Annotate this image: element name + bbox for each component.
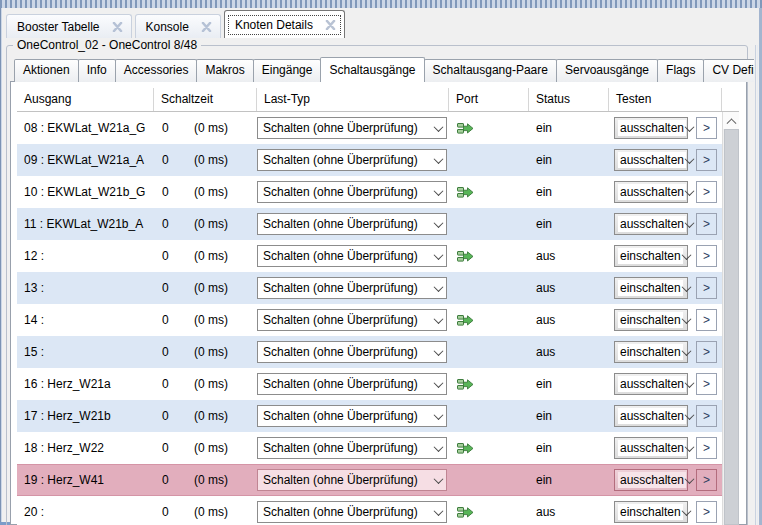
column-header-schaltzeit[interactable]: Schaltzeit xyxy=(154,88,257,111)
lasttyp-select[interactable]: Schalten (ohne Überprüfung) xyxy=(257,501,447,523)
tab-eingaenge[interactable]: Eingänge xyxy=(253,59,322,82)
table-row[interactable]: 19 : Herz_W41 0 (0 ms) Schalten (ohne Üb… xyxy=(17,464,722,496)
schaltzeit-cell: 0 (0 ms) xyxy=(154,208,257,240)
lasttyp-select[interactable]: Schalten (ohne Überprüfung) xyxy=(257,469,447,491)
table-row[interactable]: 09 : EKWLat_W21a_A 0 (0 ms) Schalten (oh… xyxy=(17,144,722,176)
test-action-select[interactable]: einschalten xyxy=(614,309,688,331)
test-run-button[interactable]: > xyxy=(696,309,717,331)
testen-cell: einschalten > xyxy=(609,272,722,304)
table-row[interactable]: 16 : Herz_W21a 0 (0 ms) Schalten (ohne Ü… xyxy=(17,368,722,400)
chevron-down-icon xyxy=(686,381,693,388)
test-run-button[interactable]: > xyxy=(696,405,717,427)
testen-cell: einschalten > xyxy=(609,496,722,525)
doc-tab-konsole[interactable]: Konsole xyxy=(135,14,221,38)
test-run-button[interactable]: > xyxy=(696,117,717,139)
lasttyp-select[interactable]: Schalten (ohne Überprüfung) xyxy=(257,181,447,203)
test-action-select[interactable]: ausschalten xyxy=(614,469,688,491)
output-cell: 14 : xyxy=(17,304,154,336)
tab-accessories[interactable]: Accessories xyxy=(115,59,198,82)
test-run-button[interactable]: > xyxy=(696,277,717,299)
table-row[interactable]: 12 : 0 (0 ms) Schalten (ohne Überprüfung… xyxy=(17,240,722,272)
port-cell xyxy=(449,496,529,525)
lasttyp-select[interactable]: Schalten (ohne Überprüfung) xyxy=(257,117,447,139)
chevron-down-icon xyxy=(683,509,690,516)
test-run-button[interactable]: > xyxy=(696,501,717,523)
close-icon[interactable] xyxy=(112,22,123,32)
column-header-port[interactable]: Port xyxy=(449,88,529,111)
column-header-ausgang[interactable]: Ausgang xyxy=(17,88,154,111)
test-action-select[interactable]: einschalten xyxy=(614,245,688,267)
test-action-select[interactable]: einschalten xyxy=(614,277,688,299)
table-row[interactable]: 18 : Herz_W22 0 (0 ms) Schalten (ohne Üb… xyxy=(17,432,722,464)
test-run-button[interactable]: > xyxy=(696,469,717,491)
test-action-select[interactable]: ausschalten xyxy=(614,437,688,459)
table-row[interactable]: 13 : 0 (0 ms) Schalten (ohne Überprüfung… xyxy=(17,272,722,304)
test-run-button[interactable]: > xyxy=(696,341,717,363)
lasttyp-select[interactable]: Schalten (ohne Überprüfung) xyxy=(257,213,447,235)
table-row[interactable]: 14 : 0 (0 ms) Schalten (ohne Überprüfung… xyxy=(17,304,722,336)
tab-aktionen[interactable]: Aktionen xyxy=(14,59,79,82)
test-run-button[interactable]: > xyxy=(696,213,717,235)
doc-tab-knoten-details[interactable]: Knoten Details xyxy=(224,10,345,38)
schaltzeit-cell: 0 (0 ms) xyxy=(154,336,257,368)
lasttyp-select[interactable]: Schalten (ohne Überprüfung) xyxy=(257,437,447,459)
table-row[interactable]: 17 : Herz_W21b 0 (0 ms) Schalten (ohne Ü… xyxy=(17,400,722,432)
table-row[interactable]: 20 : 0 (0 ms) Schalten (ohne Überprüfung… xyxy=(17,496,722,525)
lasttyp-select[interactable]: Schalten (ohne Überprüfung) xyxy=(257,341,447,363)
tab-info[interactable]: Info xyxy=(78,59,116,82)
column-header-testen[interactable]: Testen xyxy=(609,88,722,111)
lasttyp-select[interactable]: Schalten (ohne Überprüfung) xyxy=(257,149,447,171)
lasttyp-value: Schalten (ohne Überprüfung) xyxy=(263,441,418,455)
lasttyp-select[interactable]: Schalten (ohne Überprüfung) xyxy=(257,245,447,267)
test-run-button[interactable]: > xyxy=(696,245,717,267)
close-icon[interactable] xyxy=(325,20,336,30)
test-action-select[interactable]: ausschalten xyxy=(614,405,688,427)
schaltzeit-cell: 0 (0 ms) xyxy=(154,240,257,272)
test-run-button[interactable]: > xyxy=(696,437,717,459)
close-icon[interactable] xyxy=(201,22,212,32)
status-cell: ein xyxy=(529,400,609,432)
table-row[interactable]: 15 : 0 (0 ms) Schalten (ohne Überprüfung… xyxy=(17,336,722,368)
tab-makros[interactable]: Makros xyxy=(196,59,253,82)
tab-servoausgaenge[interactable]: Servoausgänge xyxy=(556,59,658,82)
test-action-select[interactable]: ausschalten xyxy=(614,213,688,235)
output-cell: 08 : EKWLat_W21a_G xyxy=(17,112,154,144)
column-header-status[interactable]: Status xyxy=(529,88,609,111)
window-grip[interactable] xyxy=(0,0,762,8)
chevron-down-icon xyxy=(430,349,446,356)
test-action-select[interactable]: ausschalten xyxy=(614,149,688,171)
chevron-down-icon xyxy=(686,445,693,452)
schaltzeit-value: 0 xyxy=(162,217,194,231)
column-header-last-typ[interactable]: Last-Typ xyxy=(257,88,449,111)
vertical-scrollbar[interactable] xyxy=(722,112,739,525)
test-run-button[interactable]: > xyxy=(696,149,717,171)
table-row[interactable]: 11 : EKWLat_W21b_A 0 (0 ms) Schalten (oh… xyxy=(17,208,722,240)
tab-schaltausgang-paare[interactable]: Schaltausgang-Paare xyxy=(424,59,557,82)
testen-cell: einschalten > xyxy=(609,304,722,336)
test-run-button[interactable]: > xyxy=(696,373,717,395)
lasttyp-cell: Schalten (ohne Überprüfung) xyxy=(257,304,449,336)
tab-schaltausgaenge[interactable]: Schaltausgänge xyxy=(320,57,424,82)
chevron-up-icon[interactable] xyxy=(723,112,739,129)
lasttyp-select[interactable]: Schalten (ohne Überprüfung) xyxy=(257,373,447,395)
test-action-select[interactable]: ausschalten xyxy=(614,117,688,139)
test-action-select[interactable]: ausschalten xyxy=(614,373,688,395)
lasttyp-value: Schalten (ohne Überprüfung) xyxy=(263,409,418,423)
testen-cell: einschalten > xyxy=(609,240,722,272)
lasttyp-select[interactable]: Schalten (ohne Überprüfung) xyxy=(257,309,447,331)
tab-cv-definitionen[interactable]: CV Definitionen xyxy=(703,59,754,82)
status-cell: ein xyxy=(529,176,609,208)
doc-tab-booster-tabelle[interactable]: Booster Tabelle xyxy=(6,14,132,38)
lasttyp-select[interactable]: Schalten (ohne Überprüfung) xyxy=(257,277,447,299)
table-row[interactable]: 10 : EKWLat_W21b_G 0 (0 ms) Schalten (oh… xyxy=(17,176,722,208)
test-action-select[interactable]: einschalten xyxy=(614,501,688,523)
test-action-select[interactable]: einschalten xyxy=(614,341,688,363)
tab-flags[interactable]: Flags xyxy=(657,59,704,82)
scrollbar-thumb[interactable] xyxy=(724,129,739,525)
schaltzeit-cell: 0 (0 ms) xyxy=(154,400,257,432)
chevron-down-icon xyxy=(683,317,690,324)
test-action-select[interactable]: ausschalten xyxy=(614,181,688,203)
test-run-button[interactable]: > xyxy=(696,181,717,203)
lasttyp-select[interactable]: Schalten (ohne Überprüfung) xyxy=(257,405,447,427)
table-row[interactable]: 08 : EKWLat_W21a_G 0 (0 ms) Schalten (oh… xyxy=(17,112,722,144)
